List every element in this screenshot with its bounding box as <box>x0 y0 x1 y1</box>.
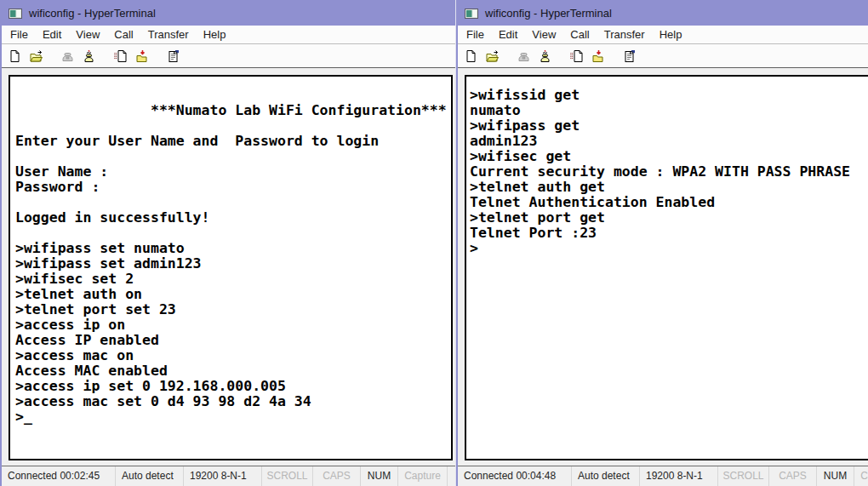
terminal-line: Telnet Port :23 <box>470 226 868 241</box>
hyperterminal-window-right: wificonfig - HyperTerminal FileEditViewC… <box>456 0 868 486</box>
caps-lock-indicator: CAPS <box>769 466 817 486</box>
call-icon <box>515 49 532 64</box>
menubar: FileEditViewCallTransferHelp <box>2 26 455 44</box>
terminal-region: ***Numato Lab WiFi Configuration*** Ente… <box>2 68 455 466</box>
send-file-icon[interactable] <box>111 49 128 64</box>
properties-icon[interactable] <box>164 49 181 64</box>
terminal-line: Logged in successfully! <box>15 210 451 226</box>
statusbar: Connected 00:04:48Auto detect19200 8-N-1… <box>458 466 868 486</box>
menubar: FileEditViewCallTransferHelp <box>458 26 868 44</box>
terminal-line: >telnet port set 23 <box>15 302 451 317</box>
terminal-line: >wifissid get <box>470 88 868 103</box>
terminal-line: Telnet Authentication Enabled <box>470 195 868 210</box>
receive-file-icon[interactable] <box>133 49 150 64</box>
terminal-line: Access IP enabled <box>15 333 451 348</box>
terminal-line: User Name : <box>15 164 451 180</box>
terminal-screen[interactable]: >wifissid getnumato>wifipass getadmin123… <box>465 75 868 460</box>
terminal-line: > <box>470 241 868 256</box>
terminal-line: >wifisec get <box>470 149 868 164</box>
baud-rate: 19200 8-N-1 <box>184 466 262 486</box>
hyperterminal-window-left: wificonfig - HyperTerminal FileEditViewC… <box>0 0 456 486</box>
hyperterminal-icon[interactable] <box>9 8 22 19</box>
disconnect-icon[interactable] <box>80 49 97 64</box>
terminal-region: >wifissid getnumato>wifipass getadmin123… <box>458 68 868 466</box>
terminal-line: >access ip on <box>15 317 451 333</box>
properties-icon[interactable] <box>620 49 637 64</box>
connected-status: Connected 00:02:45 <box>2 466 116 486</box>
terminal-line: >access mac on <box>15 348 451 363</box>
menu-item-edit[interactable]: Edit <box>493 26 523 43</box>
menu-item-edit[interactable]: Edit <box>37 26 67 43</box>
terminal-line: Password : <box>15 180 451 195</box>
toolbar <box>458 44 868 68</box>
print-echo-indicator: Print echo <box>448 466 455 486</box>
menu-item-file[interactable]: File <box>460 26 490 43</box>
connected-status: Connected 00:04:48 <box>458 466 572 486</box>
menu-item-help[interactable]: Help <box>654 26 688 43</box>
menu-item-file[interactable]: File <box>4 26 34 43</box>
statusbar: Connected 00:02:45Auto detect19200 8-N-1… <box>2 466 455 486</box>
open-connection-icon[interactable] <box>27 49 44 64</box>
capture-indicator: Capture <box>854 466 868 486</box>
new-connection-icon[interactable] <box>6 49 23 64</box>
hyperterminal-icon[interactable] <box>465 8 478 19</box>
terminal-line: >access ip set 0 192.168.000.005 <box>15 379 451 394</box>
terminal-line: >telnet auth get <box>470 180 868 195</box>
terminal-line: admin123 <box>470 134 868 149</box>
terminal-line: Current security mode : WPA2 WITH PASS P… <box>470 164 868 180</box>
new-connection-icon[interactable] <box>462 49 479 64</box>
menu-item-view[interactable]: View <box>70 26 106 43</box>
menu-item-transfer[interactable]: Transfer <box>598 26 651 43</box>
terminal-line <box>15 88 451 103</box>
terminal-line <box>15 226 451 241</box>
terminal-line: numato <box>470 103 868 118</box>
terminal-line: ***Numato Lab WiFi Configuration*** <box>15 103 451 118</box>
terminal-line: >access mac set 0 d4 93 98 d2 4a 34 <box>15 394 451 409</box>
toolbar <box>2 44 455 68</box>
menu-item-view[interactable]: View <box>526 26 562 43</box>
terminal-line <box>15 195 451 210</box>
scroll-lock-indicator: SCROLL <box>262 466 313 486</box>
terminal-screen[interactable]: ***Numato Lab WiFi Configuration*** Ente… <box>9 75 453 460</box>
window-title: wificonfig - HyperTerminal <box>485 7 612 20</box>
receive-file-icon[interactable] <box>589 49 606 64</box>
titlebar[interactable]: wificonfig - HyperTerminal <box>2 0 455 26</box>
send-file-icon[interactable] <box>568 49 585 64</box>
terminal-line: >wifipass set numato <box>15 241 451 256</box>
call-icon <box>59 49 76 64</box>
open-connection-icon[interactable] <box>483 49 500 64</box>
scroll-lock-indicator: SCROLL <box>718 466 769 486</box>
baud-rate: 19200 8-N-1 <box>640 466 718 486</box>
terminal-line: >wifipass set admin123 <box>15 256 451 272</box>
emulation-mode: Auto detect <box>572 466 640 486</box>
window-title: wificonfig - HyperTerminal <box>29 7 156 20</box>
titlebar[interactable]: wificonfig - HyperTerminal <box>458 0 868 26</box>
num-lock-indicator: NUM <box>817 466 854 486</box>
num-lock-indicator: NUM <box>361 466 398 486</box>
terminal-line: >telnet auth on <box>15 287 451 302</box>
terminal-line: >_ <box>15 409 451 425</box>
menu-item-transfer[interactable]: Transfer <box>142 26 195 43</box>
terminal-line: >wifisec set 2 <box>15 272 451 287</box>
capture-indicator: Capture <box>398 466 448 486</box>
disconnect-icon[interactable] <box>536 49 553 64</box>
terminal-line: Enter your User Name and Password to log… <box>15 134 451 149</box>
terminal-line <box>15 149 451 164</box>
caps-lock-indicator: CAPS <box>313 466 361 486</box>
terminal-line: Access MAC enabled <box>15 363 451 379</box>
terminal-line <box>15 118 451 134</box>
menu-item-call[interactable]: Call <box>564 26 595 43</box>
terminal-line: >wifipass get <box>470 118 868 134</box>
menu-item-help[interactable]: Help <box>197 26 232 43</box>
menu-item-call[interactable]: Call <box>108 26 139 43</box>
terminal-line: >telnet port get <box>470 210 868 226</box>
emulation-mode: Auto detect <box>116 466 184 486</box>
